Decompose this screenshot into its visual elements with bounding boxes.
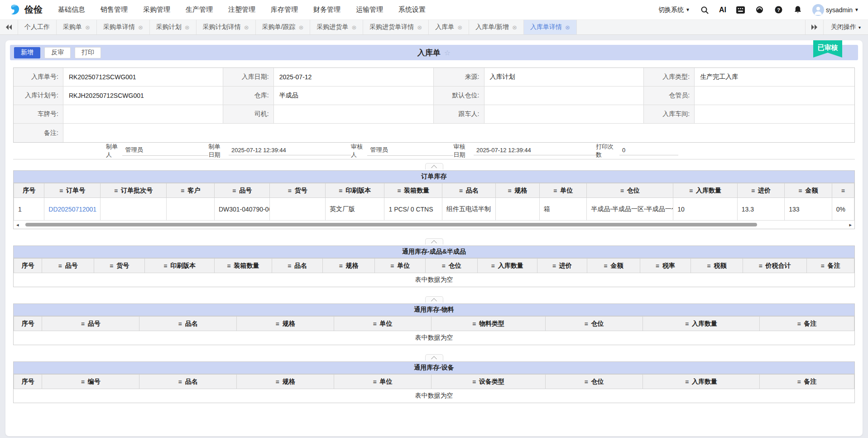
column-menu-icon[interactable]: ≡	[604, 262, 607, 270]
menu-item[interactable]: 生产管理	[186, 5, 213, 14]
column-menu-icon[interactable]: ≡	[797, 320, 801, 327]
form-field-value[interactable]	[695, 105, 854, 124]
column-menu-icon[interactable]: ≡	[163, 262, 167, 270]
menu-item[interactable]: 注塑管理	[228, 5, 255, 14]
user-menu[interactable]: sysadmin ▼	[812, 4, 859, 16]
add-button[interactable]: 新增	[14, 47, 40, 58]
collapse-toggle[interactable]	[425, 163, 443, 169]
column-menu-icon[interactable]: ≡	[689, 187, 693, 194]
menu-item[interactable]: 财务管理	[313, 5, 340, 14]
column-menu-icon[interactable]: ≡	[508, 187, 511, 194]
column-header[interactable]: ≡订单批次号	[100, 183, 167, 198]
form-field-value[interactable]	[484, 87, 644, 105]
tab-close-icon[interactable]: ⊗	[244, 24, 249, 30]
column-header[interactable]: ≡备注	[760, 375, 854, 389]
column-header[interactable]: ≡入库数量	[477, 259, 537, 273]
form-field-value[interactable]: 半成品	[274, 87, 434, 105]
column-header[interactable]: ≡	[832, 183, 854, 198]
notifications-bell-icon[interactable]	[793, 5, 802, 14]
scrollbar-thumb[interactable]	[25, 223, 757, 226]
column-header[interactable]: ≡货号	[94, 259, 145, 273]
column-menu-icon[interactable]: ≡	[81, 320, 85, 327]
ai-assistant-button[interactable]: AI	[719, 6, 726, 14]
tab-close-icon[interactable]: ⊗	[138, 24, 143, 30]
tab[interactable]: 采购计划⊗	[150, 20, 197, 34]
form-field-value[interactable]	[63, 105, 223, 124]
tab[interactable]: 采购单详情⊗	[97, 20, 150, 34]
column-menu-icon[interactable]: ≡	[373, 378, 376, 385]
column-menu-icon[interactable]: ≡	[232, 187, 236, 194]
tab[interactable]: 个人工作	[18, 20, 57, 34]
tab-close-icon[interactable]: ⊗	[512, 24, 517, 30]
form-field-value[interactable]: 2025-07-12	[274, 68, 434, 87]
column-header[interactable]: ≡单位	[374, 259, 426, 273]
column-header[interactable]: ≡设备类型	[431, 375, 545, 389]
menu-item[interactable]: 采购管理	[143, 5, 170, 14]
column-header[interactable]: ≡仓位	[546, 317, 643, 331]
column-header[interactable]: ≡印刷版本	[325, 183, 384, 198]
column-header[interactable]: ≡入库数量	[643, 317, 759, 331]
brand[interactable]: 俭俭	[9, 4, 43, 16]
column-header[interactable]: ≡货号	[270, 183, 326, 198]
column-header[interactable]: ≡备注	[760, 317, 854, 331]
collapse-toggle[interactable]	[425, 296, 443, 303]
collapse-toggle[interactable]	[425, 238, 443, 245]
tab-close-icon[interactable]: ⊗	[565, 24, 570, 30]
tab[interactable]: 入库单⊗	[429, 20, 469, 34]
column-menu-icon[interactable]: ≡	[81, 378, 85, 385]
column-header[interactable]: ≡金额	[785, 183, 832, 198]
search-icon[interactable]	[700, 5, 709, 14]
tab-close-icon[interactable]: ⊗	[85, 24, 90, 30]
column-menu-icon[interactable]: ≡	[178, 320, 182, 327]
column-header[interactable]: ≡物料类型	[431, 317, 545, 331]
column-header[interactable]: ≡备注	[807, 259, 854, 273]
column-menu-icon[interactable]: ≡	[59, 187, 63, 194]
column-header[interactable]: ≡品号	[214, 183, 270, 198]
column-menu-icon[interactable]: ≡	[584, 320, 588, 327]
column-menu-icon[interactable]: ≡	[459, 187, 463, 194]
dashboard-gauge-icon[interactable]	[755, 5, 764, 14]
tab[interactable]: 入库单详情⊗	[524, 20, 577, 34]
column-header[interactable]: ≡仓位	[426, 259, 478, 273]
column-menu-icon[interactable]: ≡	[397, 187, 401, 194]
column-menu-icon[interactable]: ≡	[685, 378, 689, 385]
favorite-star-icon[interactable]: ☆	[444, 49, 451, 57]
column-menu-icon[interactable]: ≡	[275, 320, 279, 327]
tab-close-icon[interactable]: ⊗	[351, 24, 356, 30]
menu-item[interactable]: 系统设置	[398, 5, 426, 14]
column-menu-icon[interactable]: ≡	[472, 320, 476, 327]
tab[interactable]: 入库单/新增⊗	[469, 20, 524, 34]
column-header[interactable]: ≡单位	[334, 317, 432, 331]
column-header[interactable]: ≡单位	[539, 183, 586, 198]
column-header[interactable]: ≡规格	[323, 259, 375, 273]
column-header[interactable]: ≡品名	[272, 259, 323, 273]
tab-close-icon[interactable]: ⊗	[185, 24, 190, 30]
help-icon[interactable]: ?	[774, 5, 783, 14]
column-header[interactable]: ≡单位	[334, 375, 432, 389]
column-menu-icon[interactable]: ≡	[178, 378, 182, 385]
column-menu-icon[interactable]: ≡	[114, 187, 118, 194]
tab[interactable]: 采购进货单⊗	[310, 20, 363, 34]
column-header[interactable]: ≡订单号	[44, 183, 101, 198]
column-menu-icon[interactable]: ≡	[472, 378, 476, 385]
scroll-right-arrow-icon[interactable]: ▸	[849, 222, 852, 228]
column-header[interactable]: ≡规格	[237, 317, 334, 331]
column-menu-icon[interactable]: ≡	[442, 262, 446, 270]
form-field-value[interactable]	[274, 105, 434, 124]
column-header[interactable]: ≡品号	[42, 259, 94, 273]
column-header[interactable]: ≡仓位	[587, 183, 673, 198]
menu-item[interactable]: 运输管理	[356, 5, 383, 14]
column-header[interactable]: ≡印刷版本	[145, 259, 215, 273]
form-field-value[interactable]	[695, 87, 854, 105]
column-menu-icon[interactable]: ≡	[685, 320, 689, 327]
column-menu-icon[interactable]: ≡	[373, 320, 376, 327]
column-header[interactable]: ≡规格	[237, 375, 334, 389]
column-header[interactable]: ≡税额	[691, 259, 743, 273]
column-header[interactable]: ≡装箱数量	[215, 259, 272, 273]
scroll-tabs-right-button[interactable]	[805, 20, 823, 34]
column-menu-icon[interactable]: ≡	[707, 262, 710, 270]
order-number-link[interactable]: DD20250712001	[44, 198, 101, 221]
column-header[interactable]: ≡装箱数量	[384, 183, 442, 198]
apps-keypad-icon[interactable]	[736, 5, 745, 14]
column-menu-icon[interactable]: ≡	[758, 262, 762, 270]
